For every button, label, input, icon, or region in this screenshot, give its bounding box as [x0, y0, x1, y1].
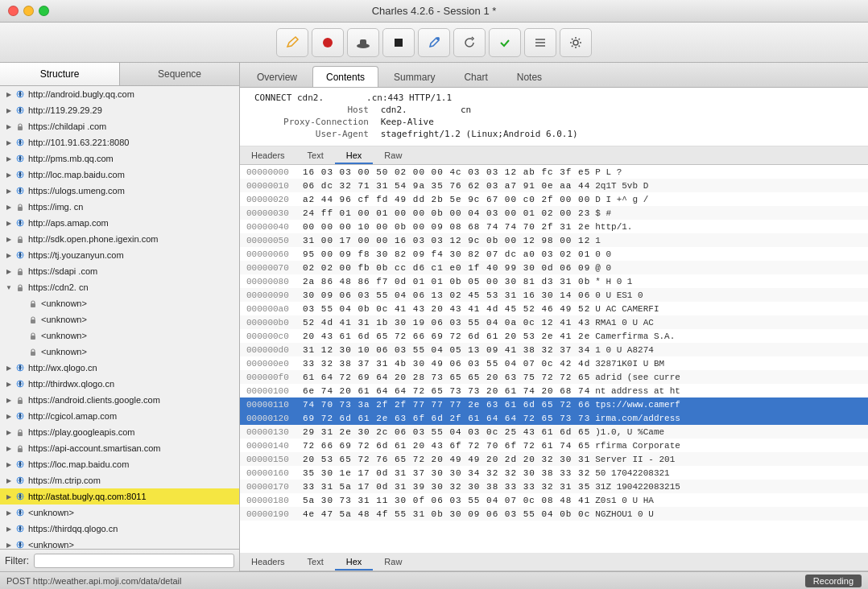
- tab-contents[interactable]: Contents: [312, 66, 378, 87]
- record-button[interactable]: [312, 28, 344, 57]
- hex-row-5[interactable]: 0000005031 00 17 00 00 16 03 03 12 9c 0b…: [240, 233, 868, 247]
- sub-tab-hex-bottom[interactable]: Hex: [335, 554, 374, 570]
- tab-chart[interactable]: Chart: [450, 66, 501, 87]
- item-arrow-7[interactable]: ▶: [3, 201, 14, 212]
- sidebar-item-10[interactable]: ▶https://tj.youzanyun.com: [0, 247, 239, 263]
- tab-overview[interactable]: Overview: [243, 66, 311, 87]
- hex-row-20[interactable]: 0000014072 66 69 72 6d 61 20 43 6f 72 70…: [240, 439, 868, 452]
- item-arrow-19[interactable]: ▶: [3, 394, 14, 406]
- item-arrow-6[interactable]: ▶: [3, 185, 14, 196]
- item-arrow-11[interactable]: ▶: [3, 266, 14, 277]
- sidebar-item-16[interactable]: <unknown>: [0, 344, 239, 360]
- sidebar-item-15[interactable]: <unknown>: [0, 327, 239, 344]
- item-arrow-21[interactable]: ▶: [3, 426, 14, 438]
- item-arrow-28[interactable]: ▶: [3, 539, 14, 549]
- black-circle-button[interactable]: [382, 28, 415, 57]
- item-arrow-5[interactable]: ▶: [3, 169, 14, 180]
- filter-input[interactable]: [34, 554, 234, 568]
- sidebar-item-3[interactable]: ▶http://101.91.63.221:8080: [0, 134, 239, 150]
- hex-row-9[interactable]: 0000009030 09 06 03 55 04 06 13 02 45 53…: [240, 288, 868, 302]
- item-arrow-10[interactable]: ▶: [3, 249, 14, 261]
- sub-tab-hex-top[interactable]: Hex: [335, 148, 374, 164]
- minimize-button[interactable]: [23, 6, 34, 16]
- sidebar-item-27[interactable]: ▶https://thirdqq.qlogo.cn: [0, 521, 239, 537]
- sidebar-item-5[interactable]: ▶http://loc.map.baidu.com: [0, 167, 239, 183]
- sub-tab-raw-bottom[interactable]: Raw: [373, 554, 413, 570]
- item-arrow-27[interactable]: ▶: [3, 523, 14, 534]
- item-arrow-12[interactable]: ▼: [3, 282, 14, 293]
- sidebar-item-6[interactable]: ▶https://ulogs.umeng.com: [0, 183, 239, 199]
- hex-row-10[interactable]: 000000a003 55 04 0b 0c 41 43 20 43 41 4d…: [240, 302, 868, 315]
- gear-button[interactable]: [560, 28, 592, 57]
- maximize-button[interactable]: [39, 6, 49, 16]
- sidebar-item-24[interactable]: ▶https://m.ctrip.com: [0, 472, 239, 488]
- item-arrow-0[interactable]: ▶: [3, 89, 14, 100]
- sidebar-tab-structure[interactable]: Structure: [0, 63, 120, 85]
- sub-tab-text-bottom[interactable]: Text: [296, 554, 335, 570]
- hex-row-14[interactable]: 000000e033 32 38 37 31 4b 30 49 06 03 55…: [240, 356, 868, 370]
- tab-summary[interactable]: Summary: [380, 66, 448, 87]
- sidebar-item-18[interactable]: ▶http://thirdwx.qlogo.cn: [0, 376, 239, 392]
- sidebar-item-13[interactable]: <unknown>: [0, 295, 239, 311]
- hex-row-22[interactable]: 0000016035 30 1e 17 0d 31 37 30 30 34 32…: [240, 466, 868, 480]
- sidebar-item-22[interactable]: ▶https://api-account.smartisan.com: [0, 440, 239, 456]
- hex-row-23[interactable]: 0000017033 31 5a 17 0d 31 39 30 32 30 38…: [240, 480, 868, 493]
- item-arrow-24[interactable]: ▶: [3, 475, 14, 486]
- sidebar-item-1[interactable]: ▶http://119.29.29.29: [0, 102, 239, 118]
- hex-row-7[interactable]: 0000007002 02 00 fb 0b cc d6 c1 e0 1f 40…: [240, 261, 868, 274]
- sidebar-item-11[interactable]: ▶https://sdapi .com: [0, 263, 239, 279]
- hex-row-18[interactable]: 0000012069 72 6d 61 2e 63 6f 6d 2f 61 64…: [240, 411, 868, 425]
- hex-row-6[interactable]: 0000006095 00 09 f8 30 82 09 f4 30 82 07…: [240, 247, 868, 261]
- hex-row-12[interactable]: 000000c020 43 61 6d 65 72 66 69 72 6d 61…: [240, 329, 868, 343]
- item-arrow-17[interactable]: ▶: [3, 362, 14, 373]
- hex-view[interactable]: 0000000016 03 03 00 50 02 00 00 4c 03 03…: [240, 165, 868, 553]
- hex-row-2[interactable]: 00000020a2 44 96 cf fd 49 dd 2b 5e 9c 67…: [240, 192, 868, 206]
- tab-notes[interactable]: Notes: [503, 66, 556, 87]
- item-arrow-18[interactable]: ▶: [3, 378, 14, 389]
- hex-row-4[interactable]: 0000004000 00 00 10 00 0b 00 09 08 68 74…: [240, 220, 868, 233]
- hat-button[interactable]: [347, 28, 379, 57]
- hex-row-8[interactable]: 000000802a 86 48 86 f7 0d 01 01 0b 05 00…: [240, 274, 868, 288]
- sidebar-item-12[interactable]: ▼https://cdn2. cn: [0, 279, 239, 295]
- sidebar-item-0[interactable]: ▶http://android.bugly.qq.com: [0, 86, 239, 102]
- hex-row-24[interactable]: 000001805a 30 73 31 11 30 0f 06 03 55 04…: [240, 493, 868, 507]
- item-arrow-8[interactable]: ▶: [3, 217, 14, 229]
- sidebar-item-4[interactable]: ▶http://pms.mb.qq.com: [0, 150, 239, 167]
- hex-row-11[interactable]: 000000b052 4d 41 31 1b 30 19 06 03 55 04…: [240, 315, 868, 329]
- item-arrow-1[interactable]: ▶: [3, 105, 14, 116]
- sidebar-item-9[interactable]: ▶http://sdk.open.phone.igexin.com: [0, 231, 239, 247]
- hex-row-16[interactable]: 000001006e 74 20 61 64 64 72 65 73 73 20…: [240, 384, 868, 397]
- item-arrow-9[interactable]: ▶: [3, 233, 14, 245]
- item-arrow-3[interactable]: ▶: [3, 137, 14, 148]
- item-arrow-20[interactable]: ▶: [3, 410, 14, 422]
- sidebar-item-14[interactable]: <unknown>: [0, 311, 239, 327]
- item-arrow-4[interactable]: ▶: [3, 153, 14, 164]
- sidebar-item-20[interactable]: ▶http://cgicol.amap.com: [0, 408, 239, 424]
- hex-row-3[interactable]: 0000003024 ff 01 00 01 00 00 0b 00 04 03…: [240, 206, 868, 220]
- hex-row-17[interactable]: 0000011074 70 73 3a 2f 2f 77 77 77 2e 63…: [240, 397, 868, 411]
- hex-row-25[interactable]: 000001904e 47 5a 48 4f 55 31 0b 30 09 06…: [240, 507, 868, 521]
- sub-tab-headers-top[interactable]: Headers: [240, 148, 296, 164]
- hex-row-15[interactable]: 000000f061 64 72 69 64 20 28 73 65 65 20…: [240, 370, 868, 384]
- sidebar-item-8[interactable]: ▶http://aps.amap.com: [0, 215, 239, 231]
- sidebar-item-23[interactable]: ▶https://loc.map.baidu.com: [0, 456, 239, 472]
- item-arrow-26[interactable]: ▶: [3, 507, 14, 518]
- sidebar-item-2[interactable]: ▶https://childapi .com: [0, 118, 239, 134]
- checkmark-button[interactable]: [489, 28, 521, 57]
- hex-row-1[interactable]: 0000001006 dc 32 71 31 54 9a 35 76 62 03…: [240, 179, 868, 192]
- item-arrow-23[interactable]: ▶: [3, 459, 14, 470]
- hex-row-19[interactable]: 0000013029 31 2e 30 2c 06 03 55 04 03 0c…: [240, 425, 868, 439]
- sidebar-tab-sequence[interactable]: Sequence: [120, 63, 239, 85]
- item-arrow-2[interactable]: ▶: [3, 121, 14, 132]
- item-arrow-22[interactable]: ▶: [3, 443, 14, 454]
- item-arrow-25[interactable]: ▶: [3, 491, 14, 502]
- sidebar-item-17[interactable]: ▶http://wx.qlogo.cn: [0, 360, 239, 376]
- sidebar-item-28[interactable]: ▶<unknown>: [0, 537, 239, 549]
- sub-tab-headers-bottom[interactable]: Headers: [240, 554, 296, 570]
- tools-button[interactable]: [524, 28, 556, 57]
- sidebar-item-21[interactable]: ▶https://play.googleapis.com: [0, 424, 239, 440]
- sub-tab-raw-top[interactable]: Raw: [373, 148, 413, 164]
- hex-row-21[interactable]: 0000015020 53 65 72 76 65 72 20 49 49 20…: [240, 452, 868, 466]
- pen-tool-button[interactable]: [276, 28, 308, 57]
- edit-pen-button[interactable]: [418, 28, 450, 57]
